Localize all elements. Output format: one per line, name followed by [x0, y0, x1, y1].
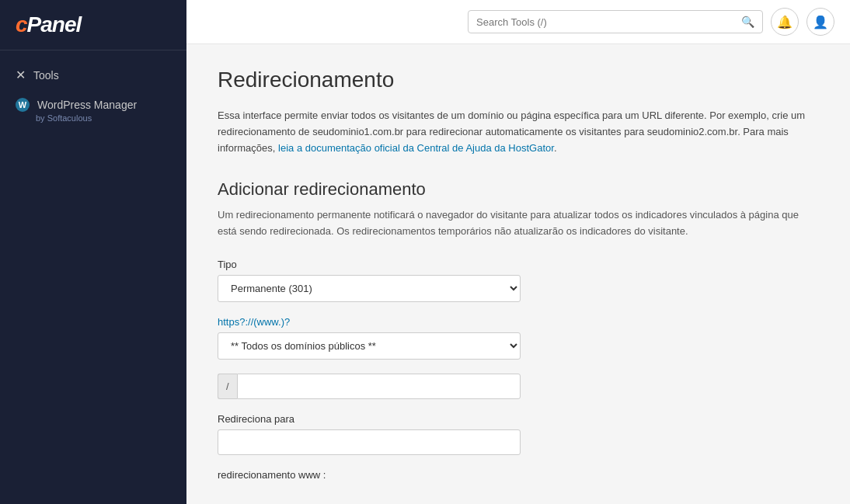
wp-sub-label: by Softaculous	[16, 113, 171, 123]
header: 🔍 🔔 👤	[186, 0, 850, 44]
path-prefix: /	[218, 374, 237, 399]
sidebar: cPanel ✕ Tools W WordPress Manager by So…	[0, 0, 186, 504]
sidebar-item-tools[interactable]: ✕ Tools	[0, 60, 186, 90]
logo-area: cPanel	[0, 0, 186, 50]
tools-icon: ✕	[16, 68, 26, 82]
wp-item-top: W WordPress Manager	[16, 98, 171, 112]
wordpress-icon: W	[16, 98, 30, 112]
tipo-select[interactable]: Permanente (301) Temporário (302)	[218, 275, 521, 302]
redirect-label: Redireciona para	[218, 413, 819, 425]
help-link[interactable]: leia a documentação oficial da Central d…	[278, 142, 554, 154]
www-label: redirecionamento www :	[218, 469, 819, 481]
notifications-button[interactable]: 🔔	[771, 8, 799, 36]
path-input-wrapper: /	[218, 374, 521, 399]
www-group: redirecionamento www :	[218, 469, 819, 481]
content-area: Redirecionamento Essa interface permite …	[186, 44, 850, 504]
https-label: https?://(www.)?	[218, 316, 819, 328]
sidebar-item-tools-label: Tools	[33, 69, 59, 82]
user-icon: 👤	[813, 15, 828, 30]
wp-label: WordPress Manager	[37, 99, 137, 111]
search-bar[interactable]: 🔍	[468, 10, 763, 33]
section-description: Um redirecionamento permanente notificar…	[218, 207, 819, 240]
user-menu-button[interactable]: 👤	[806, 8, 834, 36]
bell-icon: 🔔	[777, 15, 793, 30]
path-input[interactable]	[237, 374, 521, 399]
redirect-to-group: Redireciona para	[218, 413, 819, 455]
cpanel-logo: cPanel	[16, 12, 171, 37]
section-title: Adicionar redirecionamento	[218, 179, 819, 200]
page-description: Essa interface permite enviar todos os v…	[218, 108, 819, 156]
path-group: /	[218, 374, 819, 399]
sidebar-item-wordpress-manager[interactable]: W WordPress Manager by Softaculous	[0, 90, 186, 130]
tipo-label: Tipo	[218, 259, 819, 270]
desc-text-2: .	[554, 142, 557, 154]
page-title: Redirecionamento	[218, 68, 819, 92]
redirect-input[interactable]	[218, 429, 521, 455]
main-area: 🔍 🔔 👤 Redirecionamento Essa interface pe…	[186, 0, 850, 504]
domain-select[interactable]: ** Todos os domínios públicos **	[218, 332, 521, 360]
https-group: https?://(www.)? ** Todos os domínios pú…	[218, 316, 819, 360]
tipo-group: Tipo Permanente (301) Temporário (302)	[218, 259, 819, 302]
search-icon[interactable]: 🔍	[741, 16, 754, 28]
sidebar-nav: ✕ Tools W WordPress Manager by Softaculo…	[0, 50, 186, 140]
search-input[interactable]	[476, 16, 737, 28]
